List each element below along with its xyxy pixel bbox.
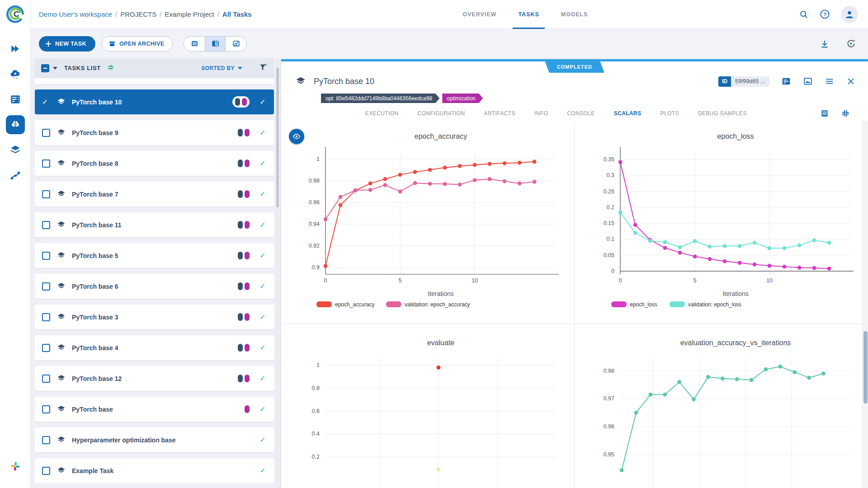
- detail-tab-execution[interactable]: EXECUTION: [359, 104, 405, 123]
- svg-text:0.97: 0.97: [604, 395, 614, 402]
- slack-icon[interactable]: [3, 454, 28, 479]
- row-checkbox[interactable]: [42, 160, 50, 168]
- task-type-icon: [57, 343, 66, 352]
- scalar-chart[interactable]: epoch_loss00.050.10.150.20.250.30.350510…: [575, 121, 868, 324]
- task-list-row[interactable]: ✓ PyTorch base 8 ✓: [35, 151, 274, 176]
- new-task-button[interactable]: NEW TASK: [39, 36, 95, 52]
- task-list-row[interactable]: ✓ PyTorch base 10 ✓: [35, 89, 274, 114]
- tag-color-dot: [238, 344, 243, 352]
- top-tab-models[interactable]: MODELS: [550, 0, 599, 29]
- panel-scrollbar[interactable]: [862, 121, 868, 488]
- svg-text:0.98: 0.98: [604, 368, 614, 374]
- task-list-row[interactable]: ✓ PyTorch base 4 ✓: [35, 335, 274, 360]
- svg-text:0: 0: [611, 268, 614, 274]
- task-tag[interactable]: opt: 85e5482ddd7149b8ba0446356eedca98: [321, 94, 439, 103]
- select-all-checkbox[interactable]: [41, 64, 49, 72]
- panel-scrollbar-thumb[interactable]: [863, 331, 868, 404]
- task-list-row[interactable]: ✓ PyTorch base 12 ✓: [35, 366, 274, 391]
- task-list-row[interactable]: ✓ Hyperparameter optimization base ✓: [35, 427, 274, 452]
- task-list-row[interactable]: ✓ PyTorch base 11 ✓: [35, 212, 274, 237]
- row-checkbox[interactable]: [42, 129, 50, 137]
- row-checkbox[interactable]: [42, 313, 50, 321]
- scalar-chart[interactable]: evaluation_accuracy_vs_iterations0.950.9…: [575, 324, 868, 488]
- tag-color-dot: [245, 252, 250, 259]
- task-list-row[interactable]: ✓ PyTorch base 3 ✓: [35, 305, 274, 329]
- task-list-row[interactable]: ✓ PyTorch base ✓: [35, 397, 274, 422]
- detail-tab-info[interactable]: INFO: [528, 104, 554, 123]
- task-comment-icon[interactable]: [781, 76, 791, 86]
- new-task-label: NEW TASK: [55, 41, 86, 47]
- detail-tab-artifacts[interactable]: ARTIFACTS: [478, 104, 522, 123]
- task-list-panel: TASKS LIST SORTED BY ✓ PyT: [35, 58, 274, 488]
- task-list-row[interactable]: ✓ Example Task ✓: [35, 458, 274, 483]
- completed-status-icon: ✓: [256, 251, 269, 260]
- search-icon[interactable]: [799, 9, 809, 19]
- breadcrumb-item[interactable]: All Tasks: [222, 10, 252, 18]
- task-list-row[interactable]: ✓ PyTorch base 5 ✓: [35, 243, 274, 268]
- row-checkbox[interactable]: [42, 190, 50, 198]
- customize-columns-icon[interactable]: [107, 63, 115, 73]
- detail-tab-scalars[interactable]: SCALARS: [608, 104, 648, 123]
- download-icon[interactable]: [820, 39, 830, 49]
- detail-tab-debug-samples[interactable]: DEBUG SAMPLES: [692, 104, 753, 123]
- expand-sidebar-icon[interactable]: [3, 36, 28, 61]
- open-archive-button[interactable]: OPEN ARCHIVE: [102, 36, 173, 52]
- tag-color-dot: [238, 160, 243, 167]
- projects-brain-icon[interactable]: [3, 112, 28, 137]
- detail-tab-console[interactable]: CONSOLE: [561, 104, 601, 123]
- settings-gear-icon[interactable]: [841, 109, 850, 118]
- row-checkbox[interactable]: [42, 221, 50, 229]
- detail-tab-plots[interactable]: PLOTS: [654, 104, 685, 123]
- list-scrollbar-thumb[interactable]: [276, 67, 279, 207]
- clearml-logo-icon[interactable]: C: [5, 3, 26, 24]
- row-checkbox[interactable]: [42, 405, 50, 413]
- top-tab-overview[interactable]: OVERVIEW: [452, 0, 507, 29]
- top-nav-tabs: OVERVIEWTASKSMODELS: [452, 0, 599, 29]
- cloud-deploy-icon[interactable]: [3, 61, 28, 87]
- chart-view-icon[interactable]: [226, 37, 246, 51]
- close-icon[interactable]: [846, 77, 855, 86]
- svg-text:1: 1: [316, 156, 320, 162]
- datasets-icon[interactable]: [3, 137, 28, 163]
- row-checkbox[interactable]: [42, 436, 50, 444]
- table-view-icon[interactable]: [184, 37, 205, 51]
- svg-text:evaluate: evaluate: [427, 339, 455, 347]
- row-checkbox[interactable]: [42, 282, 50, 291]
- hide-show-eye-icon[interactable]: [289, 129, 304, 144]
- row-checkbox[interactable]: [42, 375, 50, 383]
- task-tag[interactable]: optimization: [442, 94, 483, 103]
- sorted-by-control[interactable]: SORTED BY: [201, 65, 242, 71]
- user-avatar[interactable]: [841, 6, 858, 23]
- workers-queues-icon[interactable]: [3, 87, 28, 112]
- svg-text:evaluation_accuracy_vs_iterati: evaluation_accuracy_vs_iterations: [680, 339, 791, 347]
- row-checkbox[interactable]: [42, 252, 50, 260]
- task-list-row[interactable]: ✓ PyTorch base 7 ✓: [35, 182, 274, 206]
- detail-tabs: EXECUTIONCONFIGURATIONARTIFACTSINFOCONSO…: [281, 104, 868, 123]
- auto-refresh-icon[interactable]: [846, 38, 856, 49]
- menu-icon[interactable]: [825, 76, 835, 86]
- list-scrollbar[interactable]: [276, 58, 279, 488]
- tag-color-dot: [238, 313, 243, 321]
- preview-image-icon[interactable]: [803, 76, 813, 86]
- row-checkbox[interactable]: [42, 467, 50, 475]
- sorted-by-label: SORTED BY: [201, 65, 235, 71]
- svg-text:0.3: 0.3: [607, 172, 614, 178]
- task-name: PyTorch base 10: [72, 99, 122, 106]
- task-list-row[interactable]: ✓ PyTorch base 6 ✓: [35, 274, 274, 299]
- scalar-chart[interactable]: evaluate0.20.40.60.81: [281, 324, 575, 488]
- row-checkbox[interactable]: [42, 344, 50, 352]
- pipelines-icon[interactable]: [3, 163, 28, 188]
- task-id-badge[interactable]: ID 59f99d65 ...: [718, 76, 769, 87]
- select-dropdown-caret-icon[interactable]: [53, 67, 57, 70]
- svg-text:0.98: 0.98: [309, 178, 320, 184]
- task-list-row[interactable]: ✓ PyTorch base 9 ✓: [35, 120, 274, 145]
- help-icon[interactable]: ?: [820, 9, 830, 19]
- task-type-icon: [57, 189, 66, 199]
- scalar-chart[interactable]: epoch_accuracy0.90.920.940.960.9810510It…: [281, 121, 575, 324]
- top-tab-tasks[interactable]: TASKS: [507, 0, 550, 29]
- metrics-table-icon[interactable]: [820, 109, 829, 118]
- filter-funnel-icon[interactable]: [259, 63, 268, 73]
- split-view-icon[interactable]: [205, 37, 226, 51]
- breadcrumb-item[interactable]: Demo User's workspace: [39, 10, 112, 18]
- detail-tab-configuration[interactable]: CONFIGURATION: [411, 104, 472, 123]
